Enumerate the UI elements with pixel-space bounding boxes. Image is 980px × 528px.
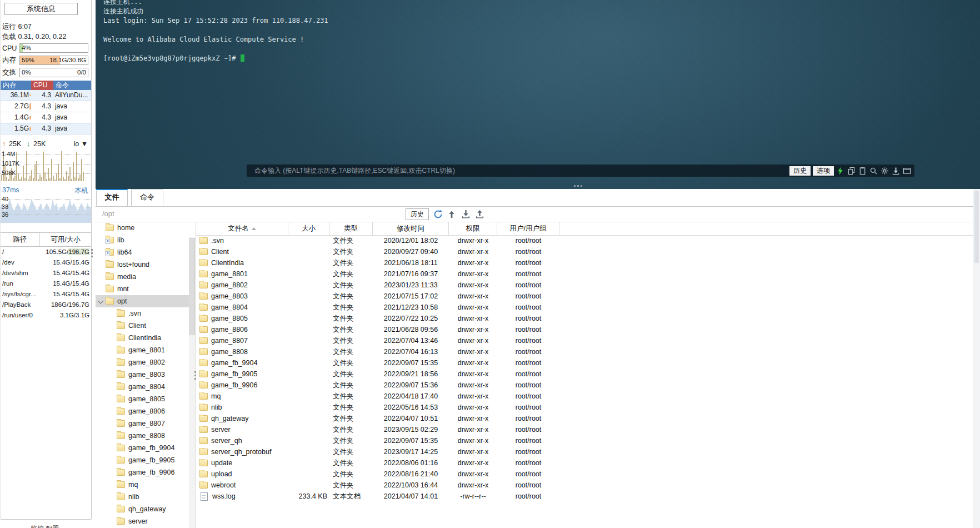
tree-item-lib[interactable]: ↗lib — [96, 234, 196, 246]
panel-scrollbar-thumb[interactable] — [974, 191, 979, 263]
file-row[interactable]: wss.log233.4 KB文本文档2021/04/07 14:01-rw-r… — [196, 491, 980, 502]
tree-item-label: game_8801 — [128, 346, 165, 354]
tree-item-label: qh_gateway — [128, 505, 166, 513]
file-row[interactable]: server文件夹2023/09/15 02:29drwxr-xr-xroot/… — [196, 424, 980, 435]
terminal-file-splitter[interactable] — [574, 185, 582, 187]
sidebar-splitter[interactable] — [91, 249, 93, 257]
path-input[interactable]: /opt — [102, 206, 114, 222]
column-header-type[interactable]: 类型 — [329, 222, 373, 235]
tree-item-game_8803[interactable]: game_8803 — [96, 368, 196, 381]
column-header-owner[interactable]: 用户/用户组 — [497, 222, 559, 235]
path-history-button[interactable]: 历史 — [406, 208, 429, 220]
copy-icon[interactable] — [846, 166, 856, 176]
tree-item-game_8802[interactable]: game_8802 — [96, 356, 196, 368]
panel-scrollbar[interactable] — [973, 189, 980, 528]
options-button[interactable]: 选项 — [813, 166, 834, 176]
tree-item-opt[interactable]: opt — [96, 295, 196, 307]
process-header-cpu[interactable]: CPU — [31, 81, 53, 90]
tree-scrollbar[interactable] — [189, 237, 196, 528]
file-icon — [201, 492, 208, 501]
tree-item-.svn[interactable]: .svn — [96, 307, 196, 320]
path-actions: 历史 — [406, 208, 484, 220]
column-header-filename[interactable]: 文件名 — [196, 222, 288, 235]
tree-item-game_8806[interactable]: game_8806 — [96, 405, 196, 417]
column-header-permissions[interactable]: 权限 — [449, 222, 497, 235]
gear-icon[interactable] — [879, 166, 889, 176]
file-row[interactable]: server_qh_protobuf文件夹2023/09/17 14:25drw… — [196, 446, 980, 457]
network-interface-dropdown[interactable]: lo ▼ — [73, 140, 88, 148]
file-row[interactable]: ClientIndia文件夹2021/06/18 18:11drwxr-xr-x… — [196, 257, 980, 268]
tree-item-game_fb_9905[interactable]: game_fb_9905 — [96, 454, 196, 466]
file-row[interactable]: server_qh文件夹2022/09/07 15:35drwxr-xr-xro… — [196, 435, 980, 446]
file-row[interactable]: game_8803文件夹2021/07/15 17:02drwxr-xr-xro… — [196, 291, 980, 302]
tree-item-game_8805[interactable]: game_8805 — [96, 393, 196, 405]
column-header-modified[interactable]: 修改时间 — [373, 222, 449, 235]
file-row[interactable]: qh_gateway文件夹2022/04/07 10:51drwxr-xr-xr… — [196, 413, 980, 424]
file-row[interactable]: upload文件夹2022/08/16 21:40drwxr-xr-xroot/… — [196, 469, 980, 480]
download-icon[interactable] — [891, 166, 901, 176]
process-header-cmd[interactable]: 命令 — [53, 81, 91, 90]
tree-item-qh_gateway[interactable]: qh_gateway — [96, 503, 196, 515]
terminal[interactable]: 连接主机...连接主机成功Last login: Sun Sep 17 15:5… — [96, 0, 980, 189]
chevron-expanded-icon[interactable] — [98, 298, 103, 304]
tree-item-game_fb_9906[interactable]: game_fb_9906 — [96, 466, 196, 479]
file-row[interactable]: game_fb_9904文件夹2022/09/07 15:35drwxr-xr-… — [196, 357, 980, 368]
refresh-icon[interactable] — [433, 210, 443, 220]
tree-item-mnt[interactable]: mnt — [96, 283, 196, 295]
ping-host-label: 本机 — [74, 186, 88, 196]
file-row[interactable]: game_8806文件夹2021/06/28 09:56drwxr-xr-xro… — [196, 324, 980, 335]
command-input-bar[interactable]: 命令输入 (按ALT键提示历史,TAB键路径,ESC键返回,双击CTRL切换) … — [247, 165, 914, 177]
history-button[interactable]: 历史 — [789, 166, 811, 176]
tree-scrollbar-thumb[interactable] — [189, 238, 195, 335]
tree-item-media[interactable]: media — [96, 271, 196, 283]
file-row[interactable]: game_fb_9906文件夹2022/09/07 15:36drwxr-xr-… — [196, 380, 980, 391]
search-icon[interactable] — [868, 166, 878, 176]
file-row[interactable]: game_8807文件夹2022/07/04 13:46drwxr-xr-xro… — [196, 335, 980, 346]
tab-files[interactable]: 文件 — [96, 189, 128, 206]
parent-directory-icon[interactable] — [447, 210, 457, 220]
window-icon[interactable] — [902, 166, 912, 176]
download-file-icon[interactable] — [461, 210, 471, 220]
tree-item-game_8808[interactable]: game_8808 — [96, 430, 196, 442]
file-row[interactable]: game_fb_9905文件夹2022/09/21 18:56drwxr-xr-… — [196, 368, 980, 380]
folder-icon — [199, 293, 208, 300]
file-row[interactable]: game_8804文件夹2021/12/23 10:58drwxr-xr-xro… — [196, 302, 980, 313]
tree-item-game_8801[interactable]: game_8801 — [96, 344, 196, 356]
file-row[interactable]: game_8805文件夹2022/07/22 10:25drwxr-xr-xro… — [196, 313, 980, 324]
file-row[interactable]: nlib文件夹2022/05/16 14:53drwxr-xr-xroot/ro… — [196, 402, 980, 413]
disk-header-path[interactable]: 路径 — [1, 233, 40, 246]
tree-item-game_8807[interactable]: game_8807 — [96, 417, 196, 430]
tree-item-lost+found[interactable]: lost+found — [96, 258, 196, 271]
tree-item-ClientIndia[interactable]: ClientIndia — [96, 332, 196, 344]
disk-header-size[interactable]: 可用/大小 — [40, 233, 91, 246]
folder-icon — [117, 420, 125, 427]
symlink-arrow-icon: ↗ — [105, 251, 110, 256]
column-header-size[interactable]: 大小 — [288, 222, 329, 235]
file-row[interactable]: webroot文件夹2022/10/03 16:44drwxr-xr-xroot… — [196, 480, 980, 491]
file-row[interactable]: Client文件夹2020/09/27 09:40drwxr-xr-xroot/… — [196, 246, 980, 257]
chevron-down-icon: ▼ — [81, 140, 88, 148]
file-row[interactable]: .svn文件夹2020/12/01 18:02drwxr-xr-xroot/ro… — [196, 235, 980, 246]
tree-table-splitter[interactable] — [194, 371, 196, 380]
command-input-hint[interactable]: 命令输入 (按ALT键提示历史,TAB键路径,ESC键返回,双击CTRL切换) — [249, 166, 787, 176]
tree-item-lib64[interactable]: ↗lib64 — [96, 246, 196, 258]
tab-commands[interactable]: 命令 — [131, 189, 163, 206]
tree-item-nlib[interactable]: nlib — [96, 491, 196, 503]
tree-item-game_8804[interactable]: game_8804 — [96, 381, 196, 393]
file-row[interactable]: game_8801文件夹2021/07/16 09:37drwxr-xr-xro… — [196, 268, 980, 280]
file-row[interactable]: mq文件夹2022/04/18 17:40drwxr-xr-xroot/root — [196, 391, 980, 402]
tree-item-server[interactable]: server — [96, 515, 196, 527]
file-row[interactable]: game_8802文件夹2023/01/23 11:33drwxr-xr-xro… — [196, 280, 980, 291]
folder-icon — [199, 382, 208, 388]
tree-item-mq[interactable]: mq — [96, 479, 196, 491]
tree-item-home[interactable]: home — [96, 222, 196, 234]
process-header-mem[interactable]: 内存 — [1, 81, 31, 90]
lightning-icon[interactable] — [835, 166, 845, 176]
file-row[interactable]: game_8808文件夹2022/07/04 16:13drwxr-xr-xro… — [196, 346, 980, 357]
upload-file-icon[interactable] — [474, 210, 484, 220]
paste-icon[interactable] — [857, 166, 867, 176]
tree-item-Client[interactable]: Client — [96, 320, 196, 332]
load-value: 0.31, 0.20, 0.22 — [18, 33, 66, 41]
file-row[interactable]: update文件夹2022/08/06 01:16drwxr-xr-xroot/… — [196, 457, 980, 469]
tree-item-game_fb_9904[interactable]: game_fb_9904 — [96, 442, 196, 454]
